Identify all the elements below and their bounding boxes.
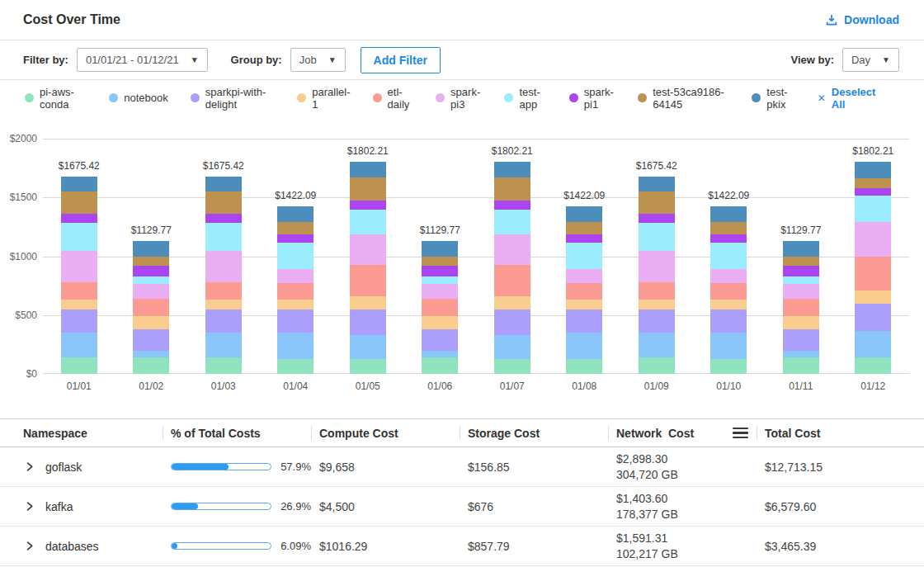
bar-segment-etl-daily[interactable] <box>710 283 747 299</box>
bar-segment-test-app[interactable] <box>783 276 819 284</box>
bar-segment-test-pkix[interactable] <box>350 162 386 177</box>
bar-segment-pi-aws-conda[interactable] <box>61 357 97 374</box>
bar-segment-test-53ca9186-64145[interactable] <box>494 177 530 201</box>
bar-segment-parallel-1[interactable] <box>710 300 747 309</box>
bar-segment-parallel-1[interactable] <box>205 300 242 309</box>
bar-segment-notebook[interactable] <box>566 333 602 358</box>
bar-segment-sparkpi-with-delight[interactable] <box>783 329 819 351</box>
legend-item-etl-daily[interactable]: etl-daily <box>373 86 414 111</box>
bar-segment-spark-pi3[interactable] <box>422 284 458 299</box>
bar-segment-test-app[interactable] <box>61 223 97 251</box>
bar-segment-pi-aws-conda[interactable] <box>494 359 530 374</box>
bar-segment-etl-daily[interactable] <box>61 282 97 300</box>
bar-segment-test-pkix[interactable] <box>205 177 242 191</box>
bar-segment-notebook[interactable] <box>783 351 819 357</box>
bar-segment-sparkpi-with-delight[interactable] <box>277 309 314 333</box>
bar-segment-spark-pi3[interactable] <box>205 251 242 282</box>
bar-segment-spark-pi1[interactable] <box>277 234 314 243</box>
bar-segment-test-pkix[interactable] <box>422 241 458 257</box>
bar-segment-etl-daily[interactable] <box>350 265 386 296</box>
column-settings-icon[interactable] <box>733 428 748 439</box>
bar-segment-test-app[interactable] <box>855 196 891 222</box>
bar-segment-test-53ca9186-64145[interactable] <box>205 191 242 214</box>
bar-segment-parallel-1[interactable] <box>133 316 169 329</box>
legend-item-test-app[interactable]: test-app <box>504 86 546 111</box>
bar-segment-spark-pi3[interactable] <box>639 251 675 282</box>
bar-segment-parallel-1[interactable] <box>422 316 458 329</box>
expand-chevron-icon[interactable] <box>23 461 35 473</box>
bar-segment-pi-aws-conda[interactable] <box>277 359 314 374</box>
bar-segment-test-53ca9186-64145[interactable] <box>783 257 819 266</box>
date-range-dropdown[interactable]: 01/01/21 - 01/12/21 ▼ <box>77 48 208 72</box>
bar-segment-pi-aws-conda[interactable] <box>566 359 602 374</box>
bar-segment-test-pkix[interactable] <box>783 241 819 257</box>
bar-segment-spark-pi3[interactable] <box>566 269 602 283</box>
bar-segment-spark-pi1[interactable] <box>494 201 530 210</box>
table-row-databases[interactable]: databases6.09%$1016.29$857.79$1,591.3110… <box>0 527 924 566</box>
bar-segment-parallel-1[interactable] <box>566 300 602 309</box>
bar-segment-notebook[interactable] <box>61 333 97 358</box>
bar-segment-pi-aws-conda[interactable] <box>783 357 819 374</box>
bar-segment-test-53ca9186-64145[interactable] <box>350 177 386 201</box>
bar-segment-pi-aws-conda[interactable] <box>710 359 747 374</box>
bar-segment-sparkpi-with-delight[interactable] <box>205 309 242 333</box>
bar-segment-etl-daily[interactable] <box>855 257 891 291</box>
bar-segment-etl-daily[interactable] <box>422 299 458 317</box>
legend-item-spark-pi3[interactable]: spark-pi3 <box>436 86 482 111</box>
bar-segment-test-app[interactable] <box>205 223 242 251</box>
bar-segment-parallel-1[interactable] <box>61 300 97 309</box>
bar-segment-parallel-1[interactable] <box>277 300 314 309</box>
bar-segment-test-app[interactable] <box>494 210 530 234</box>
bar-segment-test-53ca9186-64145[interactable] <box>133 257 169 266</box>
bar-segment-sparkpi-with-delight[interactable] <box>61 309 97 333</box>
table-row-kafka[interactable]: kafka26.9%$4,500$676$1,403.60178,377 GB$… <box>0 487 924 527</box>
bar-segment-spark-pi1[interactable] <box>855 188 891 196</box>
bar-segment-test-53ca9186-64145[interactable] <box>277 222 314 234</box>
legend-item-sparkpi-with-delight[interactable]: sparkpi-with-delight <box>191 86 276 111</box>
bar-segment-etl-daily[interactable] <box>494 265 530 296</box>
bar-segment-spark-pi3[interactable] <box>494 234 530 266</box>
bar-segment-notebook[interactable] <box>277 333 314 358</box>
legend-item-test-53ca9186-64145[interactable]: test-53ca9186-64145 <box>638 86 729 111</box>
group-by-dropdown[interactable]: Job ▼ <box>290 48 346 72</box>
bar-segment-pi-aws-conda[interactable] <box>639 357 675 374</box>
bar-segment-test-app[interactable] <box>422 276 458 284</box>
bar-segment-test-app[interactable] <box>350 210 386 234</box>
bar-segment-notebook[interactable] <box>710 333 747 358</box>
bar-segment-spark-pi3[interactable] <box>61 251 97 282</box>
bar-segment-test-app[interactable] <box>710 243 747 269</box>
bar-segment-etl-daily[interactable] <box>277 283 314 299</box>
bar-segment-spark-pi1[interactable] <box>205 214 242 223</box>
add-filter-button[interactable]: Add Filter <box>361 47 441 73</box>
deselect-all-button[interactable]: ✕ Deselect All <box>818 86 876 111</box>
bar-segment-spark-pi1[interactable] <box>422 266 458 276</box>
bar-segment-pi-aws-conda[interactable] <box>133 357 169 374</box>
bar-segment-etl-daily[interactable] <box>133 299 169 317</box>
bar-segment-etl-daily[interactable] <box>566 283 602 299</box>
bar-segment-test-53ca9186-64145[interactable] <box>422 257 458 266</box>
download-button[interactable]: Download <box>825 13 899 26</box>
bar-segment-sparkpi-with-delight[interactable] <box>855 304 891 331</box>
bar-segment-pi-aws-conda[interactable] <box>855 357 891 374</box>
bar-segment-test-53ca9186-64145[interactable] <box>710 222 747 234</box>
bar-segment-test-pkix[interactable] <box>277 206 314 222</box>
bar-segment-sparkpi-with-delight[interactable] <box>350 309 386 335</box>
view-by-dropdown[interactable]: Day ▼ <box>842 48 899 72</box>
bar-segment-spark-pi1[interactable] <box>350 201 386 210</box>
bar-segment-test-pkix[interactable] <box>494 162 530 177</box>
bar-segment-sparkpi-with-delight[interactable] <box>133 329 169 351</box>
bar-segment-parallel-1[interactable] <box>350 296 386 309</box>
bar-segment-spark-pi1[interactable] <box>61 214 97 223</box>
bar-segment-notebook[interactable] <box>855 331 891 357</box>
bar-segment-sparkpi-with-delight[interactable] <box>494 309 530 335</box>
bar-segment-spark-pi1[interactable] <box>710 234 747 243</box>
bar-segment-spark-pi3[interactable] <box>277 269 314 283</box>
legend-item-pi-aws-conda[interactable]: pi-aws-conda <box>25 86 87 111</box>
bar-segment-parallel-1[interactable] <box>783 316 819 329</box>
bar-segment-notebook[interactable] <box>350 335 386 360</box>
bar-segment-etl-daily[interactable] <box>639 282 675 300</box>
table-row-goflask[interactable]: goflask57.9%$9,658$156.85$2,898.30304,72… <box>0 447 924 487</box>
bar-segment-etl-daily[interactable] <box>783 299 819 317</box>
bar-segment-spark-pi1[interactable] <box>639 214 675 223</box>
bar-segment-spark-pi3[interactable] <box>710 269 747 283</box>
